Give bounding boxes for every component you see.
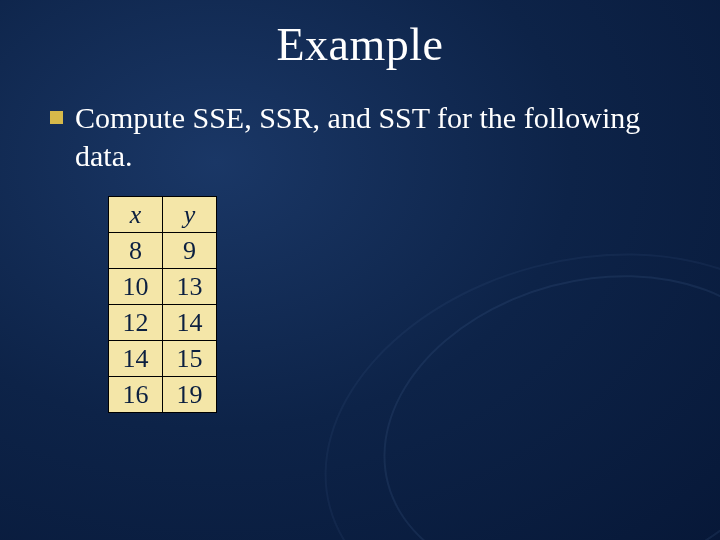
data-table-container: x y 8 9 10 13 12 14 14 15 16 19 xyxy=(108,196,680,413)
table-row: 12 14 xyxy=(109,305,217,341)
table-cell: 16 xyxy=(109,377,163,413)
data-table: x y 8 9 10 13 12 14 14 15 16 19 xyxy=(108,196,217,413)
table-header-row: x y xyxy=(109,197,217,233)
table-cell: 14 xyxy=(163,305,217,341)
table-row: 14 15 xyxy=(109,341,217,377)
bullet-text: Compute SSE, SSR, and SST for the follow… xyxy=(75,99,680,174)
table-header-cell: y xyxy=(163,197,217,233)
slide-title: Example xyxy=(0,0,720,71)
table-header-cell: x xyxy=(109,197,163,233)
bullet-item: Compute SSE, SSR, and SST for the follow… xyxy=(50,99,680,174)
table-cell: 15 xyxy=(163,341,217,377)
table-row: 10 13 xyxy=(109,269,217,305)
bullet-square-icon xyxy=(50,111,63,124)
slide-body: Compute SSE, SSR, and SST for the follow… xyxy=(0,71,720,413)
table-cell: 14 xyxy=(109,341,163,377)
table-cell: 8 xyxy=(109,233,163,269)
table-cell: 9 xyxy=(163,233,217,269)
table-cell: 12 xyxy=(109,305,163,341)
table-cell: 19 xyxy=(163,377,217,413)
table-row: 16 19 xyxy=(109,377,217,413)
table-cell: 10 xyxy=(109,269,163,305)
table-cell: 13 xyxy=(163,269,217,305)
table-row: 8 9 xyxy=(109,233,217,269)
